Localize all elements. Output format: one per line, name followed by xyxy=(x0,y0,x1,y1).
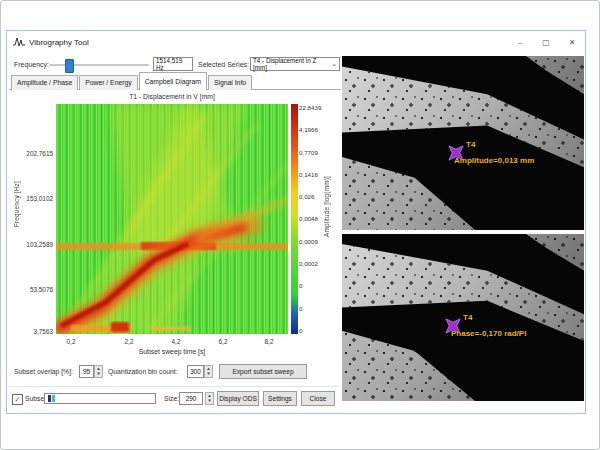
x-tick-label: 2,2 xyxy=(117,338,141,345)
selected-series-combobox[interactable]: T4 - Displacement in Z [mm] ⌄ xyxy=(250,57,340,71)
amplitude-colorbar xyxy=(291,104,298,334)
y-tick-label: 202,7615 xyxy=(11,150,53,157)
y-tick-label: 103,2589 xyxy=(11,241,53,248)
check-icon: ✓ xyxy=(14,396,21,404)
colorbar-tick: 0 xyxy=(299,305,327,312)
tab-campbell-diagram[interactable]: Campbell Diagram xyxy=(139,72,207,90)
chevron-down-icon: ⌄ xyxy=(331,60,337,68)
amplitude-annotation: Amplitude=0,013 mm xyxy=(454,156,534,165)
close-icon: ✕ xyxy=(569,38,576,47)
subset-overlap-value: 95 xyxy=(83,368,90,375)
marker-id-label: T4 xyxy=(466,140,475,149)
colorbar-axis-label: Amplitude [log(mm)] xyxy=(323,176,330,237)
size-value: 290 xyxy=(186,395,197,402)
x-tick-label: 8,2 xyxy=(257,338,281,345)
minimize-button[interactable]: – xyxy=(507,31,533,53)
x-tick-label: 0,2 xyxy=(59,338,83,345)
quantization-bin-label: Quantization bin count: xyxy=(108,368,178,375)
maximize-icon: ▢ xyxy=(542,38,550,47)
tab-signal-info[interactable]: Signal Info xyxy=(208,75,252,90)
selected-series-label: Selected Series: xyxy=(198,61,249,68)
y-tick-label: 3,7563 xyxy=(11,328,53,335)
frequency-value: 1514,519 Hz xyxy=(156,57,190,71)
settings-button[interactable]: Settings xyxy=(263,391,297,406)
size-stepper[interactable]: ▲ ▼ xyxy=(205,392,214,405)
camera-view-amplitude[interactable]: T4 Amplitude=0,013 mm xyxy=(342,56,584,230)
size-label: Size: xyxy=(164,395,179,402)
y-axis-label: Frequency [Hz] xyxy=(13,181,20,227)
colorbar-tick: 22,8439 xyxy=(299,104,327,111)
spin-down-icon: ▼ xyxy=(95,372,102,378)
colorbar-tick: 4,1966 xyxy=(299,126,327,133)
spin-down-icon: ▼ xyxy=(206,399,213,405)
waveform-app-icon xyxy=(13,37,25,47)
colorbar-tick: 0,0009 xyxy=(299,238,327,245)
close-window-button[interactable]: ✕ xyxy=(559,31,585,53)
subset-overlap-stepper[interactable]: ▲ ▼ xyxy=(94,365,103,378)
close-button[interactable]: Close xyxy=(301,391,335,406)
window-title: Vibrography Tool xyxy=(29,38,89,47)
colorbar-tick: 0 xyxy=(299,327,327,334)
display-ods-button[interactable]: Display ODS xyxy=(217,391,259,406)
x-tick-label: 4,2 xyxy=(164,338,188,345)
quantization-bin-stepper[interactable]: ▲ ▼ xyxy=(204,365,213,378)
colorbar-tick: 0 xyxy=(299,282,327,289)
quantization-bin-input[interactable]: 300 xyxy=(187,365,204,378)
frequency-label: Frequency: xyxy=(14,61,49,68)
maximize-button[interactable]: ▢ xyxy=(533,31,559,53)
spin-down-icon: ▼ xyxy=(205,372,212,378)
x-tick-label: 6,2 xyxy=(211,338,235,345)
trackbar-handle[interactable] xyxy=(48,395,51,402)
subset-checkbox[interactable]: ✓ xyxy=(12,394,23,405)
tab-strip: Amplitude / Phase Power / Energy Campbel… xyxy=(11,75,253,90)
quantization-bin-value: 300 xyxy=(190,368,201,375)
horizontal-divider xyxy=(9,386,340,388)
trackbar-handle-accent xyxy=(52,395,55,402)
frequency-slider-handle[interactable] xyxy=(65,59,74,73)
frequency-slider-track[interactable] xyxy=(49,64,149,66)
colorbar-tick: 0,0002 xyxy=(299,260,327,267)
subset-position-trackbar[interactable] xyxy=(44,393,156,404)
tab-amplitude-phase[interactable]: Amplitude / Phase xyxy=(11,75,78,90)
x-axis-label: Subset sweep time [s] xyxy=(107,348,237,355)
tab-power-energy[interactable]: Power / Energy xyxy=(79,75,137,90)
subset-overlap-label: Subset overlap [%]: xyxy=(14,368,73,375)
frequency-value-box[interactable]: 1514,519 Hz xyxy=(153,57,193,71)
chart-title: T1 - Displacement in V [mm] xyxy=(97,93,247,100)
colorbar-tick: 0,7709 xyxy=(299,149,327,156)
marker-id-label: T4 xyxy=(463,313,472,322)
camera-view-phase[interactable]: T4 Phase=-0,170 rad/PI xyxy=(342,234,584,401)
selected-series-value: T4 - Displacement in Z [mm] xyxy=(253,57,331,71)
subset-overlap-input[interactable]: 95 xyxy=(79,365,94,378)
minimize-icon: – xyxy=(518,38,522,47)
vibrography-window: Vibrography Tool – ▢ ✕ Frequency: 1514,5… xyxy=(6,30,586,414)
title-bar: Vibrography Tool – ▢ ✕ xyxy=(7,31,585,53)
size-input[interactable]: 290 xyxy=(179,392,203,405)
export-subset-sweep-button[interactable]: Export subset sweep xyxy=(219,364,307,379)
phase-annotation: Phase=-0,170 rad/PI xyxy=(451,329,526,338)
campbell-spectrogram-plot[interactable] xyxy=(56,104,288,334)
y-tick-label: 53,5076 xyxy=(11,286,53,293)
